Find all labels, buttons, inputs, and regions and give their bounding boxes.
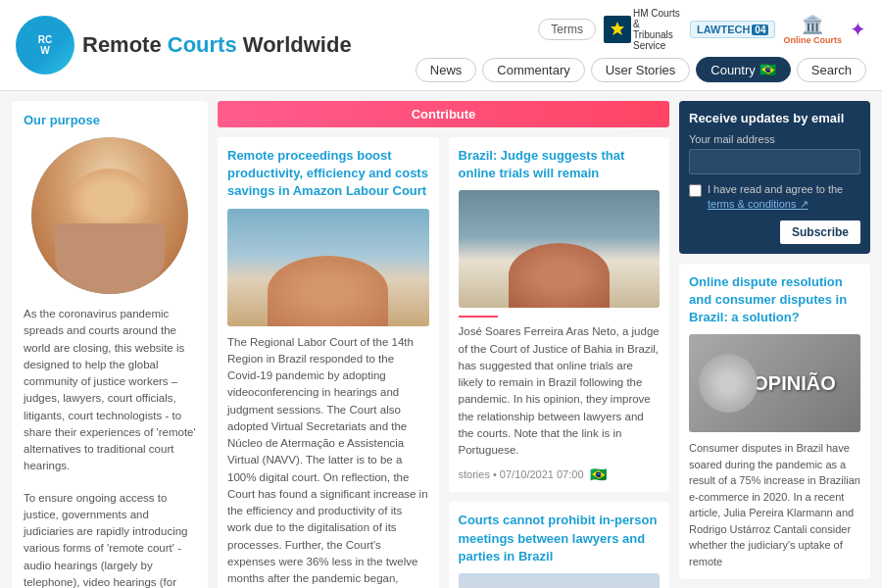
terms-checkbox-row: I have read and agree to the terms & con… xyxy=(689,182,860,213)
nav-user-stories[interactable]: User Stories xyxy=(591,58,691,82)
nav-commentary[interactable]: Commentary xyxy=(482,58,584,82)
article-1-title[interactable]: Remote proceedings boost productivity, e… xyxy=(227,147,429,201)
opiniao-circle xyxy=(699,354,758,413)
article-2-divider xyxy=(459,316,498,318)
avatar-image xyxy=(31,137,188,294)
right-article-card: Online dispute resolution and consumer d… xyxy=(679,264,870,580)
nav-country-label: Country xyxy=(710,63,756,77)
online-courts-icon: 🏛️ xyxy=(802,14,823,35)
terms-checkbox[interactable] xyxy=(689,184,702,197)
star-icon: ✦ xyxy=(850,18,866,41)
article-2-meta-text: stories • 07/10/2021 07:00 xyxy=(459,468,584,480)
logo-icon: RCW xyxy=(16,16,74,74)
main-nav: News Commentary User Stories Country 🇧🇷 … xyxy=(416,57,866,82)
article-card-2: Brazil: Judge suggests that online trial… xyxy=(449,137,670,492)
hm-courts-logo: HM Courts & Tribunals Service xyxy=(604,8,682,51)
nav-search[interactable]: Search xyxy=(797,58,866,82)
right-article-title[interactable]: Online dispute resolution and consumer d… xyxy=(689,273,860,327)
sidebar-text2: To ensure ongoing access to justice, gov… xyxy=(24,490,196,589)
right-sidebar: Receive updates by email Your mail addre… xyxy=(679,101,870,588)
email-label: Your mail address xyxy=(689,133,860,145)
header: RCW Remote Courts Worldwide Terms HM Cou… xyxy=(0,0,882,91)
logo-remote: Remote xyxy=(82,32,168,57)
terms-button[interactable]: Terms xyxy=(538,19,596,40)
partner-logos: HM Courts & Tribunals Service LAWTECH04 … xyxy=(604,8,866,51)
main-content: Our purpose As the coronavirus pandemic … xyxy=(0,91,882,588)
lawtech-text: LAWTECH xyxy=(697,24,750,35)
article-2-meta: stories • 07/10/2021 07:00 🇧🇷 xyxy=(459,466,661,482)
article-3-title[interactable]: Courts cannot prohibit in-person meeting… xyxy=(459,512,661,565)
opiniao-image: OPINIÃO xyxy=(689,334,860,432)
nav-news[interactable]: News xyxy=(416,58,477,82)
logo-worldwide: Worldwide xyxy=(237,32,352,57)
lawtech-logo: LAWTECH04 xyxy=(690,21,776,38)
lawtech-num: 04 xyxy=(752,24,768,35)
article-3-image: ⚖️ xyxy=(459,573,661,588)
online-courts-logo: 🏛️ Online Courts xyxy=(783,14,842,45)
article-2-image xyxy=(459,190,661,308)
article-col-2: Brazil: Judge suggests that online trial… xyxy=(449,137,670,588)
online-courts-label: Online Courts xyxy=(783,35,842,45)
hm-courts-icon xyxy=(604,16,631,43)
logo-text: Remote Courts Worldwide xyxy=(82,33,352,57)
nav-country[interactable]: Country 🇧🇷 xyxy=(696,57,791,82)
terms-link[interactable]: terms & conditions ↗ xyxy=(708,198,808,210)
terms-label-text: I have read and agree to the xyxy=(708,183,843,195)
articles-grid: Remote proceedings boost productivity, e… xyxy=(218,137,669,588)
article-card-1: Remote proceedings boost productivity, e… xyxy=(218,137,439,588)
email-signup-box: Receive updates by email Your mail addre… xyxy=(679,101,870,254)
sidebar-text1: As the coronavirus pandemic spreads and … xyxy=(24,306,196,475)
left-sidebar: Our purpose As the coronavirus pandemic … xyxy=(12,101,208,588)
logo-courts: Courts xyxy=(168,32,237,57)
sidebar-avatar xyxy=(31,137,188,294)
article-1-text: The Regional Labor Court of the 14th Reg… xyxy=(227,334,429,588)
email-box-title: Receive updates by email xyxy=(689,111,860,125)
article-2-text: José Soares Ferreira Aras Neto, a judge … xyxy=(459,323,661,459)
article-card-3: Courts cannot prohibit in-person meeting… xyxy=(449,502,670,588)
opiniao-label: OPINIÃO xyxy=(753,372,835,395)
terms-label: I have read and agree to the terms & con… xyxy=(708,182,860,213)
logo-icon-text: RCW xyxy=(38,34,52,56)
email-input[interactable] xyxy=(689,149,860,174)
header-right: Terms HM Courts & Tribunals Service LAWT… xyxy=(416,8,866,82)
logo-area: RCW Remote Courts Worldwide xyxy=(16,16,352,74)
subscribe-button[interactable]: Subscribe xyxy=(780,220,860,244)
brazil-flag-2: 🇧🇷 xyxy=(590,466,607,482)
article-2-title[interactable]: Brazil: Judge suggests that online trial… xyxy=(459,147,661,182)
hm-courts-label: HM Courts & Tribunals Service xyxy=(633,8,682,51)
article-1-image xyxy=(227,209,429,326)
country-flag-icon: 🇧🇷 xyxy=(760,62,776,77)
sidebar-title: Our purpose xyxy=(24,113,196,127)
article-col-1: Remote proceedings boost productivity, e… xyxy=(218,137,439,588)
right-article-text: Consumer disputes in Brazil have soared … xyxy=(689,440,860,569)
contribute-bar[interactable]: Contribute xyxy=(218,101,669,127)
center-content: Contribute Remote proceedings boost prod… xyxy=(218,101,669,588)
header-top-row: Terms HM Courts & Tribunals Service LAWT… xyxy=(538,8,866,51)
